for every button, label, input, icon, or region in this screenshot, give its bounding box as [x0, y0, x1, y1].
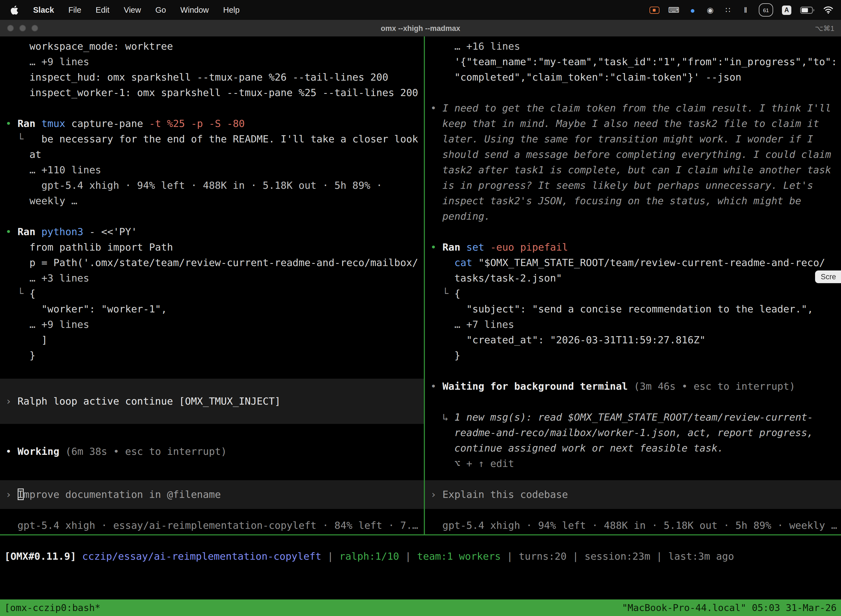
terminal-line: "worker": "worker-1",	[0, 301, 424, 317]
spacer	[0, 509, 424, 518]
text-segment: … +16 lines	[431, 40, 520, 52]
app-icon-dark[interactable]: ◉	[706, 4, 715, 15]
terminal-line: inspect_hud: omx sparkshell --tmux-pane …	[0, 70, 424, 85]
text-segment: later. Using the same for transition mig…	[431, 133, 813, 145]
text-segment: -t %25 -p -S -80	[149, 117, 245, 129]
text-segment: "completed","claim_token":"claim-token"}…	[431, 71, 741, 83]
ralph-counter: ralph:1/10	[339, 550, 399, 562]
omx-version: [OMX#0.11.9]	[4, 550, 82, 562]
terminal-line: … +16 lines	[425, 39, 841, 54]
last-activity: last:3m ago	[668, 550, 734, 562]
apple-menu-icon[interactable]	[10, 4, 19, 15]
text-segment: {	[448, 287, 460, 299]
injected-prompt-band[interactable]: › Ralph loop active continue [OMX_TMUX_I…	[0, 378, 424, 424]
terminal-line: keep that in mind. Maybe I also need the…	[425, 116, 841, 131]
text-segment: (3m 46s • esc to interrupt)	[634, 380, 795, 392]
text-segment: Ran	[18, 226, 41, 238]
grid-icon[interactable]: ∷	[724, 4, 732, 15]
terminal-line: continue assigned work or next feasible …	[425, 440, 841, 456]
text-segment: "worker": "worker-1",	[6, 303, 167, 315]
collapse-indicator: └	[18, 287, 23, 299]
mailbox-message: ↳ 1 new msg(s): read $OMX_TEAM_STATE_ROO…	[425, 409, 841, 425]
text-segment	[431, 411, 442, 423]
menu-bar-left: Slack File Edit View Go Window Help	[0, 4, 239, 15]
input-source-icon[interactable]: A	[782, 5, 791, 15]
battery-percent-badge[interactable]: 61	[759, 3, 773, 16]
terminal-line: └ {	[425, 286, 841, 301]
command-run-header: • Ran tmux capture-pane -t %25 -p -S -80	[0, 116, 424, 131]
collapse-indicator: └	[18, 133, 23, 145]
text-segment: Ralph loop active continue [OMX_TMUX_INJ…	[18, 395, 281, 407]
text-segment: capture-pane	[71, 117, 149, 129]
text-segment	[6, 287, 18, 299]
text-segment: ⌥ + ↑ edit	[431, 458, 514, 469]
menu-item-edit[interactable]: Edit	[96, 6, 110, 14]
tmux-status-bar: [omx-cczip0:bash* "MacBook-Pro-44.local"…	[0, 600, 841, 616]
tmux-pane-right[interactable]: … +16 lines '{"team_name":"my-team","tas…	[425, 37, 841, 534]
spacer	[0, 459, 424, 480]
omx-status-line: [OMX#0.11.9] cczip/essay/ai-reimplementa…	[0, 549, 841, 564]
terminal: workspace_mode: worktree … +9 lines insp…	[0, 37, 841, 600]
turns-counter: turns:20	[519, 550, 567, 562]
battery-icon[interactable]	[800, 4, 815, 15]
tmux-session-info: [omx-cczip0:bash*	[4, 602, 100, 613]
window-title-bar[interactable]: omx --xhigh --madmax ⌥⌘1	[0, 20, 841, 37]
text-segment: readme-and-reco/mailbox/worker-1.json, a…	[431, 427, 813, 438]
text-segment: - <<'PY'	[89, 226, 137, 238]
text-segment: … +7 lines	[431, 318, 514, 330]
text-segment: gpt-5.4 xhigh · 94% left · 488K in · 5.1…	[6, 179, 382, 191]
text-segment: '{"team_name":"my-team","task_id":"1","f…	[431, 56, 837, 67]
terminal-line: └ be necessary for the end of the README…	[0, 131, 424, 147]
spacer	[0, 363, 424, 378]
tmux-pane-left[interactable]: workspace_mode: worktree … +9 lines insp…	[0, 37, 424, 534]
prompt-suggestion[interactable]: › Explain this codebase	[425, 480, 841, 509]
working-status: • Working (6m 38s • esc to interrupt)	[0, 444, 424, 459]
menu-item-file[interactable]: File	[69, 6, 81, 14]
menu-item-window[interactable]: Window	[180, 6, 209, 14]
menu-item-view[interactable]: View	[124, 6, 141, 14]
thinking-bullet: •	[431, 102, 442, 114]
text-segment: "subject": "send a concise recommendatio…	[431, 303, 813, 315]
text-segment: continue assigned work or next feasible …	[431, 442, 724, 454]
text-segment: Working	[18, 446, 65, 457]
stats-icon[interactable]: ‖	[741, 4, 750, 15]
wifi-icon[interactable]	[823, 4, 833, 15]
run-bullet: •	[6, 226, 18, 238]
text-segment: gpt-5.4 xhigh · essay/ai-reimplementatio…	[6, 519, 418, 531]
terminal-line: … +9 lines	[0, 54, 424, 70]
text-segment: inspect_hud: omx sparkshell --tmux-pane …	[6, 71, 388, 83]
text-segment: … +3 lines	[6, 272, 89, 284]
text-segment: cat	[454, 257, 478, 268]
screen-recording-indicator[interactable]	[649, 6, 659, 13]
composer-input[interactable]: › Improve documentation in @filename	[0, 480, 424, 509]
text-segment: workspace_mode: worktree	[6, 40, 173, 52]
terminal-line: p = Path('.omx/state/team/review-current…	[0, 255, 424, 270]
text-segment: -euo pipefail	[490, 241, 568, 253]
text-segment: (6m 38s • esc to interrupt)	[65, 446, 227, 457]
app-icon-blue[interactable]: ●	[688, 4, 697, 15]
menu-item-help[interactable]: Help	[223, 6, 240, 14]
status-bullet: •	[431, 380, 442, 392]
active-app-name[interactable]: Slack	[33, 6, 54, 14]
separator: |	[399, 550, 417, 562]
text-segment: mprove documentation in @filename	[23, 488, 221, 500]
menu-item-go[interactable]: Go	[155, 6, 166, 14]
spacer	[0, 209, 424, 224]
text-segment: task2 after task1 is complete, but can I…	[431, 164, 831, 176]
spacer	[0, 424, 424, 444]
text-segment: python3	[41, 226, 89, 238]
terminal-line: ]	[0, 332, 424, 348]
text-segment: Waiting for background terminal	[442, 380, 634, 392]
window-title: omx --xhigh --madmax	[0, 20, 841, 37]
separator: |	[651, 550, 668, 562]
text-segment: p = Path('.omx/state/team/review-current…	[6, 257, 418, 268]
window-shortcut-hint: ⌥⌘1	[815, 20, 834, 37]
text-segment: {	[23, 287, 35, 299]
text-segment: }	[431, 349, 460, 361]
text-segment	[6, 133, 18, 145]
text-segment: gpt-5.4 xhigh · 94% left · 488K in · 5.1…	[431, 519, 837, 531]
text-segment: at	[6, 148, 41, 160]
keyboard-icon[interactable]: ⌨	[668, 4, 679, 15]
collapse-indicator: └	[442, 287, 448, 299]
terminal-line: "created_at": "2026-03-31T11:59:27.816Z"	[425, 332, 841, 348]
